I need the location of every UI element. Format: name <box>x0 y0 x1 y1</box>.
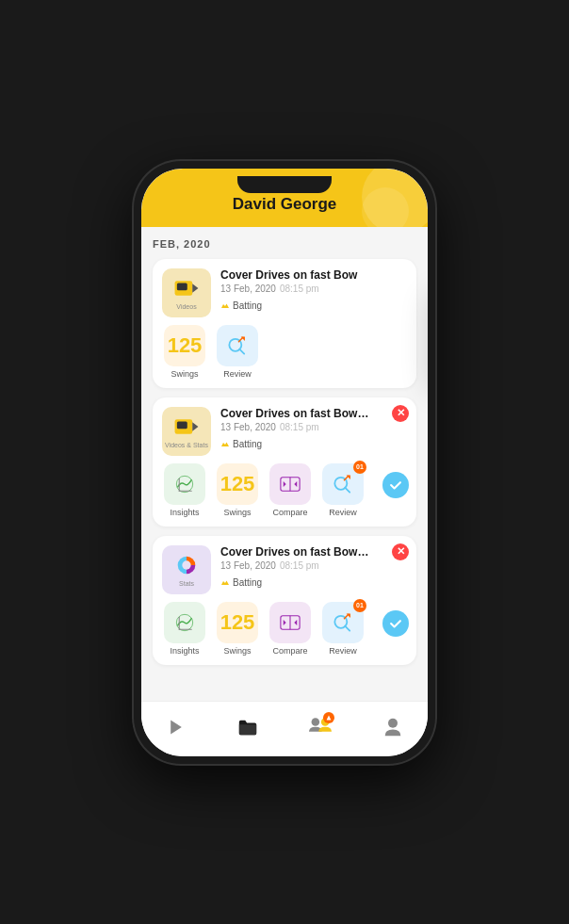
svg-line-22 <box>345 487 350 492</box>
header-title: David George <box>233 195 337 214</box>
session-card-2[interactable]: ✕ Videos & Stats Cover Drives on fast Bo… <box>153 397 416 527</box>
svg-point-37 <box>312 718 320 726</box>
cloud-check-2[interactable] <box>382 472 409 498</box>
review-action-2[interactable]: 01 Review <box>320 463 366 517</box>
card-title-1: Cover Drives on fast Bow <box>220 268 371 282</box>
review-action-3[interactable]: 01 Review <box>320 602 366 656</box>
card-title-2: Cover Drives on fast Bowling <box>220 407 371 420</box>
svg-line-8 <box>239 349 244 353</box>
card-title-3: Cover Drives on fast Bowling <box>220 545 371 559</box>
swings-action-2[interactable]: 125 Swings <box>215 463 260 517</box>
compare-action-3[interactable]: Compare <box>268 602 313 656</box>
card-tag-3: Batting <box>220 577 262 588</box>
svg-marker-12 <box>192 422 198 430</box>
close-button-3[interactable]: ✕ <box>392 543 409 560</box>
nav-team[interactable] <box>300 711 341 743</box>
insights-action-2[interactable]: Insights <box>162 463 207 517</box>
card-date-1: 13 Feb, 202008:15 pm <box>220 284 407 294</box>
close-button-2[interactable]: ✕ <box>392 405 409 422</box>
thumb-label-1: Videos <box>176 303 196 310</box>
thumb-label-2: Videos & Stats <box>165 442 208 448</box>
review-action-1[interactable]: Review <box>215 325 260 379</box>
card-tag-1: Batting <box>220 300 262 311</box>
session-card-3[interactable]: ✕ Stats Cover Driv <box>153 536 416 665</box>
action-row-2: Insights 125 Swings <box>162 463 407 517</box>
svg-point-25 <box>182 560 190 569</box>
card-tag-2: Batting <box>220 439 262 449</box>
svg-rect-6 <box>177 284 187 291</box>
nav-play[interactable] <box>157 714 195 740</box>
svg-marker-5 <box>192 284 198 292</box>
insights-action-3[interactable]: Insights <box>162 602 207 656</box>
card-info-3: Cover Drives on fast Bowling 13 Feb, 202… <box>220 545 407 592</box>
svg-marker-36 <box>171 720 182 734</box>
svg-rect-13 <box>177 422 187 430</box>
card-date-2: 13 Feb, 202008:15 pm <box>220 422 407 432</box>
card-info-1: Cover Drives on fast Bow 13 Feb, 202008:… <box>220 268 407 315</box>
card-date-3: 13 Feb, 202008:15 pm <box>220 560 407 571</box>
session-card-1[interactable]: Videos Cover Drives on fast Bow 13 Feb, … <box>153 259 416 388</box>
swings-action-1[interactable]: 125 Swings <box>162 325 207 379</box>
thumb-label-3: Stats <box>179 580 194 587</box>
svg-marker-39 <box>327 715 332 720</box>
notch <box>237 176 332 193</box>
action-row-3: Insights 125 Swings <box>162 602 407 656</box>
action-row-1: 125 Swings <box>162 325 407 379</box>
bottom-nav <box>141 701 428 756</box>
app-header: David George <box>141 169 428 227</box>
card-thumbnail-1: Videos <box>162 268 211 317</box>
svg-point-40 <box>388 718 398 727</box>
card-thumbnail-2: Videos & Stats <box>162 407 211 456</box>
content-area: FEB, 2020 Videos Cover Drives on fast Bo… <box>141 227 428 701</box>
phone-frame: David George FEB, 2020 <box>134 161 435 764</box>
svg-line-34 <box>345 625 350 630</box>
card-thumbnail-3: Stats <box>162 545 211 594</box>
compare-action-2[interactable]: Compare <box>268 463 313 517</box>
month-label: FEB, 2020 <box>153 238 416 250</box>
nav-folder[interactable] <box>228 714 268 740</box>
swings-action-3[interactable]: 125 Swings <box>215 602 260 656</box>
cloud-check-3[interactable] <box>382 610 409 637</box>
phone-screen: David George FEB, 2020 <box>141 169 428 756</box>
card-info-2: Cover Drives on fast Bowling 13 Feb, 202… <box>220 407 407 453</box>
nav-profile[interactable] <box>374 713 412 741</box>
